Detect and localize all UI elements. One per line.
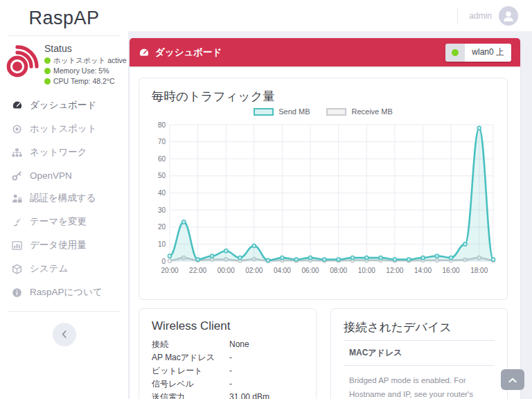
svg-text:50: 50 (158, 172, 166, 179)
sidebar-item-label: テーマを変更 (30, 215, 87, 228)
table-row: 接続 None (152, 338, 303, 351)
page-header: ダッシュボード wlan0 上 (130, 38, 520, 66)
svg-text:60: 60 (158, 155, 166, 163)
svg-text:20:00: 20:00 (161, 267, 178, 274)
status-memory-label: Memory Use: 5% (53, 66, 109, 76)
sidebar-item-label: RaspAPについて (30, 286, 103, 299)
green-status-dot (44, 78, 51, 85)
status-title: Status (44, 43, 127, 54)
sidebar-item-dashboard[interactable]: ダッシュボード (0, 94, 128, 117)
sidebar-item-hotspot[interactable]: ホットスポット (0, 117, 128, 141)
interface-badge-label: wlan0 上 (465, 44, 511, 62)
sidebar-item-about[interactable]: RaspAPについて (0, 281, 128, 304)
raspap-signal-logo-icon (3, 42, 42, 80)
sidebar-item-label: ホットスポット (30, 123, 97, 135)
svg-text:22:00: 22:00 (189, 267, 206, 274)
table-row: 信号レベル - (152, 378, 303, 391)
bridged-mode-notice: Bridged AP mode is enabled. For Hostname… (349, 373, 495, 399)
sidebar-item-label: ネットワーク (30, 146, 87, 159)
svg-text:08:00: 08:00 (330, 267, 347, 274)
status-hotspot: ホットスポット active (44, 55, 127, 66)
traffic-area-chart: 0102030405060708020:0022:0000:0002:0004:… (149, 118, 499, 279)
svg-text:70: 70 (158, 138, 166, 145)
status-cpu-temp-label: CPU Temp: 48.2°C (53, 76, 115, 87)
sidebar-collapse-button[interactable] (53, 323, 76, 346)
row-label: ビットレート (152, 364, 229, 378)
cube-icon (11, 263, 23, 274)
svg-text:40: 40 (158, 189, 166, 197)
svg-text:12:00: 12:00 (386, 267, 403, 274)
svg-text:16:00: 16:00 (443, 267, 460, 274)
legend-item-receive[interactable]: Receive MB (326, 107, 392, 116)
sidebar-item-label: システム (30, 263, 68, 275)
sidebar-item-data-usage[interactable]: データ使用量 (0, 233, 128, 257)
connected-devices-title: 接続されたデバイス (344, 319, 495, 335)
green-status-dot (44, 57, 51, 64)
mac-address-column-header: MACアドレス (344, 340, 495, 366)
row-value: 31.00 dBm (229, 391, 269, 399)
user-lock-icon (11, 193, 23, 204)
row-value: - (229, 364, 232, 378)
sidebar-item-label: ダッシュボード (30, 99, 96, 112)
chart-title: 毎時のトラフィック量 (152, 88, 507, 105)
svg-text:80: 80 (158, 121, 166, 129)
table-row: AP Macアドレス - (152, 351, 303, 364)
green-status-dot (44, 68, 51, 74)
row-value: - (229, 378, 232, 391)
sidebar-item-openvpn[interactable]: OpenVPN (0, 164, 128, 186)
svg-text:10:00: 10:00 (358, 267, 375, 274)
sidebar-item-label: データ使用量 (30, 239, 87, 251)
info-circle-icon (11, 287, 23, 298)
status-block: Status ホットスポット active Memory Use: 5% CPU… (0, 36, 128, 89)
wireless-client-table: 接続 None AP Macアドレス - ビットレート - 信号レベル - 送信… (152, 338, 303, 399)
table-row: ビットレート - (152, 364, 303, 378)
scroll-to-top-button[interactable] (501, 369, 524, 390)
svg-text:10: 10 (158, 240, 166, 248)
svg-text:06:00: 06:00 (302, 267, 319, 274)
svg-text:20: 20 (158, 223, 166, 231)
sitemap-icon (11, 147, 23, 158)
row-value: None (229, 338, 249, 351)
row-value: - (229, 351, 232, 364)
user-avatar-icon[interactable] (499, 6, 518, 26)
legend-label-send: Send MB (278, 107, 310, 116)
svg-text:00:00: 00:00 (218, 267, 235, 274)
topbar: admin (128, 0, 532, 31)
row-label: 送信電力 (152, 391, 229, 399)
svg-text:04:00: 04:00 (274, 267, 291, 274)
chart-bar-icon (11, 240, 23, 251)
legend-label-receive: Receive MB (351, 107, 392, 116)
status-hotspot-label: ホットスポット active (53, 55, 127, 66)
legend-swatch-send (254, 108, 274, 116)
chart-legend: Send MB Receive MB (139, 107, 507, 116)
connected-devices-card: 接続されたデバイス MACアドレス Bridged AP mode is ena… (330, 308, 508, 399)
sidebar-item-authentication[interactable]: 認証を構成する (0, 186, 128, 210)
sidebar-item-network[interactable]: ネットワーク (0, 141, 128, 164)
wireless-client-title: Wireless Client (152, 319, 303, 333)
legend-swatch-receive (326, 108, 346, 116)
paint-brush-icon (11, 216, 23, 227)
sidebar-item-label: OpenVPN (30, 170, 72, 181)
sidebar-item-system[interactable]: システム (0, 257, 128, 281)
row-label: 接続 (152, 338, 229, 351)
app-brand[interactable]: RaspAP (0, 0, 128, 29)
username-label: admin (469, 11, 492, 21)
chevron-left-icon (61, 329, 67, 341)
tachometer-icon (139, 47, 150, 58)
sidebar-nav: ダッシュボード ホットスポット ネットワーク OpenVPN 認証を構成する (0, 94, 128, 304)
status-memory: Memory Use: 5% (44, 66, 127, 76)
table-row: 送信電力 31.00 dBm (152, 391, 303, 399)
divider (457, 8, 458, 24)
interface-status-badge[interactable]: wlan0 上 (445, 44, 511, 62)
hourly-traffic-card: 毎時のトラフィック量 Send MB Receive MB 0102030405… (139, 78, 508, 300)
sidebar-item-theme[interactable]: テーマを変更 (0, 210, 128, 233)
divider (8, 311, 120, 312)
row-label: AP Macアドレス (152, 351, 229, 364)
legend-item-send[interactable]: Send MB (254, 107, 310, 116)
key-icon (11, 170, 23, 181)
sidebar-item-label: 認証を構成する (30, 192, 96, 204)
svg-text:14:00: 14:00 (414, 267, 432, 274)
svg-text:30: 30 (158, 206, 166, 214)
wireless-client-card: Wireless Client 接続 None AP Macアドレス - ビット… (139, 308, 317, 399)
status-cpu-temp: CPU Temp: 48.2°C (44, 76, 127, 87)
